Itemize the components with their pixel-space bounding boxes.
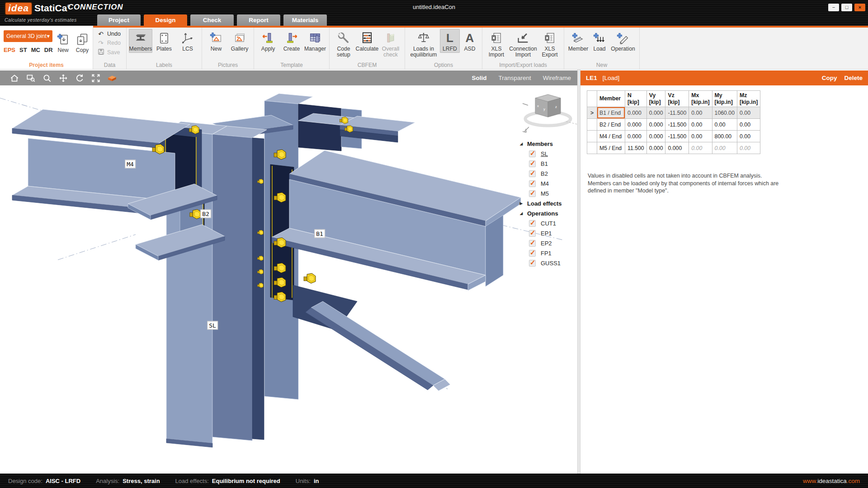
- expander-expanded-icon[interactable]: ◢: [515, 211, 527, 216]
- pan-button[interactable]: [55, 72, 71, 84]
- members-labels-toggle[interactable]: Members: [129, 29, 152, 53]
- checkbox-checked[interactable]: ✓: [529, 230, 536, 237]
- checkbox-checked[interactable]: ✓: [529, 240, 536, 247]
- steel-joint-model[interactable]: y z x: [0, 85, 577, 474]
- value-cell[interactable]: 0.000: [625, 107, 647, 119]
- tree-item-m5[interactable]: ✓M5: [515, 188, 576, 198]
- tree-item-ep2[interactable]: ✓EP2: [515, 238, 576, 248]
- value-cell[interactable]: -11.500: [665, 119, 689, 131]
- value-cell[interactable]: 0.00: [689, 119, 712, 131]
- checkbox-checked[interactable]: ✓: [529, 260, 536, 267]
- lcs-toggle[interactable]: LCS: [176, 29, 199, 53]
- redo-button[interactable]: ↷ Redo: [95, 39, 123, 47]
- value-cell[interactable]: -11.500: [665, 131, 689, 142]
- zoom-button[interactable]: [39, 72, 55, 84]
- table-row[interactable]: B2 / End0.0000.000-11.5000.000.000.00: [587, 119, 760, 131]
- tab-design[interactable]: Design: [144, 14, 187, 26]
- xls-export-button[interactable]: XLS Export: [538, 29, 561, 59]
- checkbox-checked[interactable]: ✓: [529, 150, 536, 157]
- lrfd-toggle[interactable]: L LRFD: [440, 29, 460, 53]
- value-cell[interactable]: 0.000: [646, 107, 665, 119]
- tree-item-fp1[interactable]: ✓FP1: [515, 248, 576, 258]
- template-apply-button[interactable]: Apply: [256, 29, 280, 53]
- tab-check[interactable]: Check: [190, 14, 234, 26]
- calculate-button[interactable]: Calculate: [355, 29, 379, 53]
- value-cell[interactable]: 0.00: [712, 119, 737, 131]
- checkbox-checked[interactable]: ✓: [529, 160, 536, 167]
- copy-project-item-button[interactable]: Copy: [74, 30, 91, 54]
- value-cell[interactable]: 0.00: [737, 131, 760, 142]
- value-cell[interactable]: 0.00: [689, 107, 712, 119]
- value-cell[interactable]: 0.00: [737, 142, 760, 154]
- delete-load-button[interactable]: Delete: [844, 75, 863, 81]
- model-label-b1[interactable]: B1: [314, 230, 325, 238]
- new-project-item-button[interactable]: New: [55, 30, 72, 54]
- column-header-my[interactable]: My[kip.in]: [712, 91, 737, 107]
- value-cell[interactable]: 0.000: [646, 119, 665, 131]
- rotate-button[interactable]: [71, 72, 88, 84]
- navigation-cube[interactable]: y z x: [523, 94, 577, 132]
- checkbox-checked[interactable]: ✓: [529, 250, 536, 257]
- project-mode-eps[interactable]: EPS: [4, 47, 15, 53]
- asd-toggle[interactable]: A ASD: [460, 29, 480, 53]
- code-setup-button[interactable]: Code setup: [332, 29, 355, 59]
- display-mode-wireframe[interactable]: Wireframe: [543, 75, 571, 81]
- copy-load-button[interactable]: Copy: [822, 75, 837, 81]
- checkbox-checked[interactable]: ✓: [529, 170, 536, 177]
- member-cell[interactable]: M4 / End: [597, 131, 625, 142]
- template-create-button[interactable]: Create: [280, 29, 303, 53]
- gallery-button[interactable]: Gallery: [228, 29, 251, 53]
- render-style-button[interactable]: [104, 72, 120, 84]
- value-cell[interactable]: 1060.00: [712, 107, 737, 119]
- save-button[interactable]: Save: [95, 48, 122, 57]
- website-link[interactable]: www.ideastatica.com: [803, 478, 860, 484]
- value-cell[interactable]: 0.000: [665, 142, 689, 154]
- new-member-button[interactable]: Member: [566, 29, 590, 53]
- tree-section-load-effects[interactable]: ▶Load effects: [515, 198, 576, 208]
- panel-splitter[interactable]: [577, 70, 580, 474]
- xls-import-button[interactable]: XLS Import: [485, 29, 508, 59]
- table-row[interactable]: M4 / End0.0000.000-11.5000.00800.000.00: [587, 131, 760, 142]
- model-label-sl[interactable]: SL: [207, 321, 218, 330]
- checkbox-checked[interactable]: ✓: [529, 180, 536, 187]
- project-mode-st[interactable]: ST: [19, 47, 27, 53]
- template-manager-button[interactable]: Manager: [303, 29, 327, 53]
- table-row[interactable]: M5 / End11.5000.0000.0000.000.000.00: [587, 142, 760, 154]
- value-cell[interactable]: 0.00: [737, 119, 760, 131]
- new-operation-button[interactable]: Operation: [609, 29, 637, 53]
- value-cell[interactable]: 0.00: [689, 131, 712, 142]
- zoom-fit-button[interactable]: [88, 72, 104, 84]
- column-header-mz[interactable]: Mz[kip.in]: [737, 91, 760, 107]
- column-header-n[interactable]: N[kip]: [625, 91, 647, 107]
- checkbox-checked[interactable]: ✓: [529, 220, 536, 227]
- value-cell[interactable]: 0.00: [712, 142, 737, 154]
- value-cell[interactable]: 0.00: [737, 107, 760, 119]
- plates-labels-toggle[interactable]: Plates: [152, 29, 176, 53]
- project-mode-mc[interactable]: MC: [31, 47, 40, 53]
- expander-collapsed-icon[interactable]: ▶: [515, 201, 527, 206]
- display-mode-solid[interactable]: Solid: [472, 75, 486, 81]
- column-header-vz[interactable]: Vz[kip]: [665, 91, 689, 107]
- value-cell[interactable]: 0.000: [646, 131, 665, 142]
- maximize-button[interactable]: □: [841, 4, 852, 11]
- undo-button[interactable]: ↶ Undo: [95, 30, 123, 38]
- expander-expanded-icon[interactable]: ◢: [515, 141, 527, 146]
- value-cell[interactable]: 0.000: [625, 131, 647, 142]
- column-header-member[interactable]: Member: [597, 91, 625, 107]
- tree-item-cut1[interactable]: ✓CUT1: [515, 218, 576, 228]
- home-view-button[interactable]: [6, 72, 23, 84]
- tree-item-b2[interactable]: ✓B2: [515, 169, 576, 178]
- tab-project[interactable]: Project: [97, 14, 141, 26]
- new-picture-button[interactable]: New: [204, 29, 228, 53]
- value-cell[interactable]: -11.500: [665, 107, 689, 119]
- value-cell[interactable]: 0.000: [625, 119, 647, 131]
- tree-item-guss1[interactable]: ✓GUSS1: [515, 258, 576, 268]
- project-mode-dr[interactable]: DR: [44, 47, 53, 53]
- member-cell[interactable]: B2 / End: [597, 119, 625, 131]
- tab-report[interactable]: Report: [237, 14, 280, 26]
- table-row[interactable]: >B1 / End0.0000.000-11.5000.001060.000.0…: [587, 107, 760, 119]
- model-label-m4[interactable]: M4: [125, 160, 136, 169]
- column-header-vy[interactable]: Vy[kip]: [646, 91, 665, 107]
- display-mode-transparent[interactable]: Transparent: [498, 75, 531, 81]
- zoom-window-button[interactable]: [23, 72, 39, 84]
